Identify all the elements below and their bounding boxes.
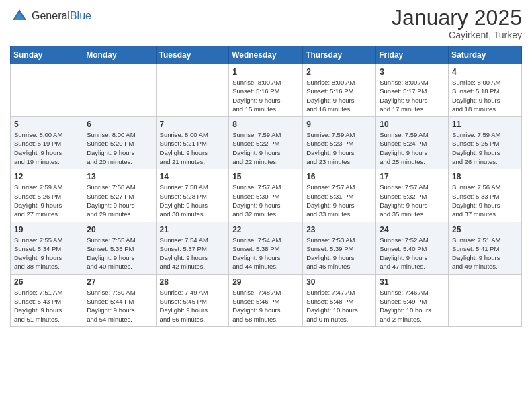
calendar-cell: 6Sunrise: 8:00 AM Sunset: 5:20 PM Daylig… [83, 117, 156, 169]
day-info: Sunrise: 8:00 AM Sunset: 5:18 PM Dayligh… [452, 78, 518, 113]
calendar-cell: 27Sunrise: 7:50 AM Sunset: 5:44 PM Dayli… [83, 274, 156, 326]
day-number: 20 [87, 225, 152, 234]
day-number: 6 [87, 120, 152, 129]
month-title: January 2025 [392, 7, 522, 28]
day-number: 12 [14, 172, 79, 181]
calendar-cell [11, 64, 83, 117]
day-info: Sunrise: 7:49 AM Sunset: 5:45 PM Dayligh… [160, 288, 226, 324]
day-info: Sunrise: 7:50 AM Sunset: 5:44 PM Dayligh… [87, 288, 152, 324]
day-info: Sunrise: 7:47 AM Sunset: 5:48 PM Dayligh… [306, 288, 372, 324]
week-row-1: 1Sunrise: 8:00 AM Sunset: 5:16 PM Daylig… [11, 64, 522, 117]
day-info: Sunrise: 7:51 AM Sunset: 5:41 PM Dayligh… [452, 236, 518, 271]
location: Cayirkent, Turkey [392, 30, 522, 40]
calendar-cell: 16Sunrise: 7:57 AM Sunset: 5:31 PM Dayli… [303, 169, 376, 222]
day-info: Sunrise: 8:00 AM Sunset: 5:16 PM Dayligh… [232, 78, 299, 113]
day-info: Sunrise: 8:00 AM Sunset: 5:16 PM Dayligh… [306, 78, 372, 113]
day-header-friday: Friday [376, 46, 449, 64]
title-block: January 2025 Cayirkent, Turkey [392, 7, 522, 40]
day-info: Sunrise: 7:53 AM Sunset: 5:39 PM Dayligh… [306, 236, 372, 271]
week-row-2: 5Sunrise: 8:00 AM Sunset: 5:19 PM Daylig… [11, 117, 522, 169]
calendar-cell: 12Sunrise: 7:59 AM Sunset: 5:26 PM Dayli… [11, 169, 83, 222]
day-number: 22 [232, 225, 299, 234]
week-row-4: 19Sunrise: 7:55 AM Sunset: 5:34 PM Dayli… [11, 222, 522, 274]
day-info: Sunrise: 7:59 AM Sunset: 5:26 PM Dayligh… [14, 183, 79, 218]
calendar-cell: 30Sunrise: 7:47 AM Sunset: 5:48 PM Dayli… [303, 274, 376, 326]
calendar-cell: 3Sunrise: 8:00 AM Sunset: 5:17 PM Daylig… [376, 64, 449, 117]
day-number: 2 [306, 67, 372, 77]
day-info: Sunrise: 7:59 AM Sunset: 5:23 PM Dayligh… [306, 130, 372, 166]
day-number: 10 [380, 120, 445, 129]
day-info: Sunrise: 7:59 AM Sunset: 5:25 PM Dayligh… [452, 130, 518, 166]
day-info: Sunrise: 7:55 AM Sunset: 5:34 PM Dayligh… [14, 236, 79, 271]
calendar-cell [83, 64, 156, 117]
day-number: 13 [87, 172, 152, 181]
day-number: 31 [380, 277, 445, 287]
day-number: 25 [452, 225, 518, 234]
day-number: 23 [306, 225, 372, 234]
calendar-cell: 19Sunrise: 7:55 AM Sunset: 5:34 PM Dayli… [11, 222, 83, 274]
week-row-3: 12Sunrise: 7:59 AM Sunset: 5:26 PM Dayli… [11, 169, 522, 222]
day-number: 28 [160, 277, 226, 287]
calendar-cell: 7Sunrise: 8:00 AM Sunset: 5:21 PM Daylig… [156, 117, 229, 169]
calendar-cell: 23Sunrise: 7:53 AM Sunset: 5:39 PM Dayli… [303, 222, 376, 274]
day-info: Sunrise: 8:00 AM Sunset: 5:17 PM Dayligh… [380, 78, 445, 113]
calendar-cell: 21Sunrise: 7:54 AM Sunset: 5:37 PM Dayli… [156, 222, 229, 274]
day-info: Sunrise: 7:58 AM Sunset: 5:28 PM Dayligh… [160, 183, 226, 218]
day-info: Sunrise: 7:54 AM Sunset: 5:38 PM Dayligh… [232, 236, 299, 271]
day-number: 21 [160, 225, 226, 234]
day-number: 1 [232, 67, 299, 77]
day-header-monday: Monday [83, 46, 156, 64]
day-info: Sunrise: 7:56 AM Sunset: 5:33 PM Dayligh… [452, 183, 518, 218]
days-header-row: SundayMondayTuesdayWednesdayThursdayFrid… [11, 46, 522, 64]
calendar-cell: 1Sunrise: 8:00 AM Sunset: 5:16 PM Daylig… [229, 64, 303, 117]
day-number: 27 [87, 277, 152, 287]
calendar-cell: 26Sunrise: 7:51 AM Sunset: 5:43 PM Dayli… [11, 274, 83, 326]
day-info: Sunrise: 7:57 AM Sunset: 5:31 PM Dayligh… [306, 183, 372, 218]
day-info: Sunrise: 8:00 AM Sunset: 5:20 PM Dayligh… [87, 130, 152, 166]
calendar-cell: 25Sunrise: 7:51 AM Sunset: 5:41 PM Dayli… [449, 222, 522, 274]
logo-icon [10, 7, 29, 26]
calendar-cell: 4Sunrise: 8:00 AM Sunset: 5:18 PM Daylig… [449, 64, 522, 117]
day-header-wednesday: Wednesday [229, 46, 303, 64]
header: GeneralBlue January 2025 Cayirkent, Turk… [10, 7, 522, 40]
day-header-thursday: Thursday [303, 46, 376, 64]
day-number: 11 [452, 120, 518, 129]
calendar-cell: 13Sunrise: 7:58 AM Sunset: 5:27 PM Dayli… [83, 169, 156, 222]
calendar-cell: 29Sunrise: 7:48 AM Sunset: 5:46 PM Dayli… [229, 274, 303, 326]
page: GeneralBlue January 2025 Cayirkent, Turk… [0, 0, 532, 411]
calendar-cell: 17Sunrise: 7:57 AM Sunset: 5:32 PM Dayli… [376, 169, 449, 222]
calendar-cell: 15Sunrise: 7:57 AM Sunset: 5:30 PM Dayli… [229, 169, 303, 222]
day-info: Sunrise: 7:58 AM Sunset: 5:27 PM Dayligh… [87, 183, 152, 218]
day-info: Sunrise: 7:55 AM Sunset: 5:35 PM Dayligh… [87, 236, 152, 271]
logo-blue: Blue [70, 10, 91, 21]
day-info: Sunrise: 7:48 AM Sunset: 5:46 PM Dayligh… [232, 288, 299, 324]
calendar-cell [449, 274, 522, 326]
day-info: Sunrise: 7:57 AM Sunset: 5:32 PM Dayligh… [380, 183, 445, 218]
day-info: Sunrise: 8:00 AM Sunset: 5:19 PM Dayligh… [14, 130, 79, 166]
day-info: Sunrise: 7:54 AM Sunset: 5:37 PM Dayligh… [160, 236, 226, 271]
calendar-cell: 22Sunrise: 7:54 AM Sunset: 5:38 PM Dayli… [229, 222, 303, 274]
calendar-cell: 11Sunrise: 7:59 AM Sunset: 5:25 PM Dayli… [449, 117, 522, 169]
day-info: Sunrise: 7:59 AM Sunset: 5:22 PM Dayligh… [232, 130, 299, 166]
calendar-cell: 28Sunrise: 7:49 AM Sunset: 5:45 PM Dayli… [156, 274, 229, 326]
day-number: 15 [232, 172, 299, 181]
day-number: 17 [380, 172, 445, 181]
calendar-cell: 10Sunrise: 7:59 AM Sunset: 5:24 PM Dayli… [376, 117, 449, 169]
day-number: 3 [380, 67, 445, 77]
day-info: Sunrise: 7:51 AM Sunset: 5:43 PM Dayligh… [14, 288, 79, 324]
calendar-cell: 8Sunrise: 7:59 AM Sunset: 5:22 PM Daylig… [229, 117, 303, 169]
day-info: Sunrise: 7:52 AM Sunset: 5:40 PM Dayligh… [380, 236, 445, 271]
logo-general: General [32, 10, 70, 21]
day-number: 26 [14, 277, 79, 287]
day-info: Sunrise: 8:00 AM Sunset: 5:21 PM Dayligh… [160, 130, 226, 166]
day-header-tuesday: Tuesday [156, 46, 229, 64]
day-number: 9 [306, 120, 372, 129]
day-header-saturday: Saturday [449, 46, 522, 64]
calendar-cell [156, 64, 229, 117]
day-info: Sunrise: 7:57 AM Sunset: 5:30 PM Dayligh… [232, 183, 299, 218]
calendar-cell: 18Sunrise: 7:56 AM Sunset: 5:33 PM Dayli… [449, 169, 522, 222]
calendar-cell: 14Sunrise: 7:58 AM Sunset: 5:28 PM Dayli… [156, 169, 229, 222]
day-number: 8 [232, 120, 299, 129]
calendar-cell: 9Sunrise: 7:59 AM Sunset: 5:23 PM Daylig… [303, 117, 376, 169]
calendar-cell: 5Sunrise: 8:00 AM Sunset: 5:19 PM Daylig… [11, 117, 83, 169]
